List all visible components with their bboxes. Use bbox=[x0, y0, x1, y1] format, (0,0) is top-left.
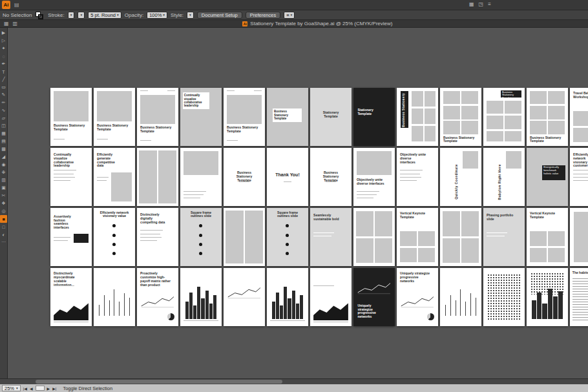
artboard[interactable] bbox=[353, 208, 395, 266]
shape-builder-tool[interactable]: ◫ bbox=[0, 122, 7, 130]
artboard-nav-last-button[interactable]: ▶| bbox=[52, 386, 56, 391]
line-segment-tool[interactable]: ╱ bbox=[0, 76, 7, 83]
rectangle-tool[interactable]: ▭ bbox=[0, 83, 7, 91]
artboard[interactable]: Business Stationery bbox=[397, 88, 438, 146]
artboard[interactable] bbox=[440, 208, 481, 266]
artboard[interactable]: Business Stationery Template bbox=[267, 88, 308, 146]
artboard[interactable] bbox=[570, 208, 588, 266]
artboard[interactable]: Business Stationery Template bbox=[50, 88, 92, 146]
menu-bar-icon[interactable]: ▤ bbox=[14, 2, 19, 8]
artboard[interactable]: Proactively customize high-payoff matrix… bbox=[137, 268, 178, 326]
artboard[interactable] bbox=[94, 268, 135, 326]
artboard[interactable]: Stationery Template bbox=[310, 88, 352, 146]
lasso-tool[interactable]: ◌ bbox=[0, 52, 7, 60]
style-select[interactable]: ▾ bbox=[187, 12, 194, 19]
artboard-nav-next-button[interactable]: ▶ bbox=[47, 386, 50, 391]
align-options-menu[interactable]: ≡▾ bbox=[284, 12, 295, 19]
fill-color-swatch[interactable]: ■ bbox=[0, 215, 7, 223]
artboard[interactable]: Business Stationery Template bbox=[94, 88, 135, 146]
artboard[interactable]: Phasing portfolio slide bbox=[483, 208, 525, 266]
opacity-select[interactable]: 100%▾ bbox=[147, 12, 167, 19]
artboard[interactable] bbox=[180, 148, 222, 206]
zoom-level-select[interactable]: 25% ▾ bbox=[2, 385, 21, 391]
artboard[interactable] bbox=[224, 208, 265, 266]
edit-toolbar-icon[interactable]: ⋯ bbox=[0, 238, 7, 246]
direct-selection-tool[interactable]: ▷ bbox=[0, 37, 7, 45]
artboard[interactable]: Business Stationery Template bbox=[224, 88, 265, 146]
artboard[interactable]: Distinctively digitally compelling data bbox=[137, 208, 178, 266]
artboard[interactable]: Business Stationery Template bbox=[310, 148, 352, 206]
cs-services-icon[interactable]: ◳ bbox=[479, 1, 484, 7]
variable-width-profile-select[interactable]: ▾ bbox=[78, 12, 85, 19]
workspace-switcher-icon[interactable]: ▦ bbox=[469, 1, 474, 7]
artboard[interactable]: Efficiently generate competitive data bbox=[94, 148, 135, 206]
artboard[interactable]: Efficiently network visionary value bbox=[94, 208, 135, 266]
preferences-button[interactable]: Preferences bbox=[246, 12, 280, 19]
document-setup-button[interactable]: Document Setup bbox=[197, 12, 242, 19]
fill-stroke-proxy[interactable] bbox=[35, 11, 45, 19]
perspective-grid-tool[interactable]: ▦ bbox=[0, 130, 7, 138]
width-tool[interactable]: ∿ bbox=[0, 107, 7, 114]
artboard[interactable]: Business Stationery Template bbox=[137, 88, 178, 146]
artboard[interactable]: Square frame outlines slide bbox=[267, 208, 308, 266]
eyedropper-tool[interactable]: ◢ bbox=[0, 153, 7, 161]
artboard-number-field[interactable] bbox=[36, 386, 45, 391]
artboard[interactable]: Efficiently network visionary customer bbox=[570, 148, 588, 206]
blend-tool[interactable]: ◉ bbox=[0, 161, 7, 169]
gradient-tool[interactable]: ▩ bbox=[0, 145, 7, 153]
artboard-tool[interactable]: ▣ bbox=[0, 184, 7, 192]
selection-tool[interactable]: ▶ bbox=[0, 29, 7, 37]
artboard[interactable]: Business Stationery Template bbox=[483, 88, 525, 146]
canvas[interactable]: Business Stationery TemplateBusiness Sta… bbox=[8, 28, 588, 378]
artboard[interactable]: Thank You! bbox=[267, 148, 308, 206]
mesh-tool[interactable]: ▤ bbox=[0, 138, 7, 145]
artboard[interactable] bbox=[527, 268, 568, 326]
artboard[interactable]: Business Stationery Template bbox=[440, 88, 481, 146]
arrange-documents-icon[interactable]: ▥ bbox=[13, 21, 18, 26]
artboard[interactable]: Business Stationery Template bbox=[224, 148, 265, 206]
pencil-tool[interactable]: ✏ bbox=[0, 99, 7, 107]
slice-tool[interactable]: ✂ bbox=[0, 192, 7, 200]
artboard[interactable] bbox=[440, 268, 481, 326]
artboard[interactable] bbox=[180, 268, 222, 326]
scrollbar-thumb[interactable] bbox=[36, 380, 282, 384]
artboard[interactable]: Stationery Template bbox=[353, 88, 395, 146]
screen-mode-icon[interactable]: ◐ bbox=[0, 231, 7, 238]
artboard[interactable] bbox=[224, 268, 265, 326]
artboard[interactable]: Travel Belgium to Workshop bbox=[570, 88, 588, 146]
artboard[interactable]: Distinctively myocardinate scalable info… bbox=[50, 268, 92, 326]
artboard[interactable]: Continually visualize collaborative lead… bbox=[50, 148, 92, 206]
stroke-weight-select[interactable]: ▾ bbox=[68, 12, 75, 19]
artboard[interactable]: Uniquely strategize progressive networks bbox=[397, 268, 438, 326]
artboard[interactable] bbox=[137, 148, 178, 206]
artboard[interactable]: Square frame outlines slide bbox=[180, 208, 222, 266]
magic-wand-tool[interactable]: ✦ bbox=[0, 45, 7, 52]
type-tool[interactable]: T bbox=[0, 68, 7, 76]
artboard[interactable]: The habits field bbox=[570, 268, 588, 326]
brush-definition-select[interactable]: 5 pt. Round▾ bbox=[88, 12, 121, 19]
horizontal-scrollbar[interactable] bbox=[0, 378, 588, 384]
artboard[interactable]: Vertical Keynote Template bbox=[527, 208, 568, 266]
bridge-icon[interactable]: ▦ bbox=[4, 21, 9, 26]
artboard[interactable]: Objectively unite diverse interfaces bbox=[397, 148, 438, 206]
app-menu-icon[interactable]: ≡ bbox=[488, 1, 491, 7]
artboard[interactable] bbox=[267, 268, 308, 326]
artboard-nav-prev-button[interactable]: ◀ bbox=[30, 386, 33, 391]
artboard[interactable]: Energistically benchmark holistic value bbox=[527, 148, 568, 206]
symbol-sprayer-tool[interactable]: ❉ bbox=[0, 169, 7, 176]
artboard[interactable] bbox=[483, 268, 525, 326]
paintbrush-tool[interactable]: ✎ bbox=[0, 91, 7, 99]
artboard-nav-first-button[interactable]: |◀ bbox=[23, 386, 27, 391]
artboard[interactable]: Objectively unite diverse interfaces bbox=[353, 148, 395, 206]
stroke-swatch-icon[interactable] bbox=[38, 14, 43, 19]
artboard[interactable]: Business Stationery Template bbox=[527, 88, 568, 146]
artboard[interactable]: Seamlessly sustainable bold bbox=[310, 208, 352, 266]
free-transform-tool[interactable]: ▱ bbox=[0, 114, 7, 122]
artboard[interactable] bbox=[310, 268, 352, 326]
zoom-tool[interactable]: ◎ bbox=[0, 207, 7, 215]
artboard[interactable]: Continually visualize collaborative lead… bbox=[180, 88, 222, 146]
column-graph-tool[interactable]: ▥ bbox=[0, 176, 7, 184]
document-tab[interactable]: Ai Stationery Template by GoaShape.ai @ … bbox=[242, 21, 392, 26]
artboard[interactable]: Quickly Coordinate bbox=[440, 148, 481, 206]
artboard[interactable]: Babylon Right Here bbox=[483, 148, 525, 206]
